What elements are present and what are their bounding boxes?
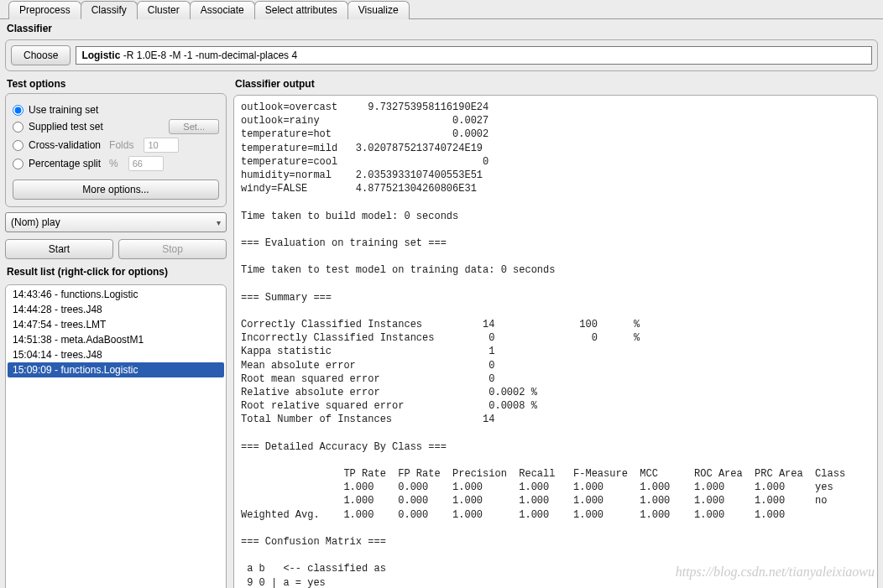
radio-training-set[interactable] [13, 105, 24, 116]
radio-supplied-test[interactable] [13, 122, 24, 133]
classifier-output[interactable]: outlook=overcast 9.732753958116190E24 ou… [233, 95, 878, 588]
combo-value: (Nom) play [11, 216, 60, 228]
classifier-command-field[interactable]: Logistic -R 1.0E-8 -M -1 -num-decimal-pl… [76, 46, 872, 65]
classifier-output-title: Classifier output [233, 76, 878, 93]
result-item[interactable]: 14:43:46 - functions.Logistic [8, 287, 224, 302]
tab-select-attributes[interactable]: Select attributes [254, 1, 348, 19]
stop-button[interactable]: Stop [118, 239, 227, 259]
result-item[interactable]: 15:04:14 - trees.J48 [8, 347, 224, 362]
more-options-button[interactable]: More options... [13, 180, 219, 200]
class-attribute-combo[interactable]: (Nom) play ▾ [5, 212, 227, 232]
tab-visualize[interactable]: Visualize [347, 1, 410, 19]
result-item[interactable]: 14:44:28 - trees.J48 [8, 302, 224, 317]
result-item[interactable]: 14:51:38 - meta.AdaBoostM1 [8, 332, 224, 347]
folds-label: Folds [109, 139, 133, 151]
choose-button[interactable]: Choose [11, 45, 71, 65]
test-options-panel: Use training set Supplied test set Set..… [5, 93, 227, 207]
result-list-title: Result list (right-click for options) [5, 264, 227, 281]
result-item[interactable]: 14:47:54 - trees.LMT [8, 317, 224, 332]
radio-percentage-split[interactable] [13, 159, 24, 169]
label-cross-validation: Cross-validation [29, 139, 101, 151]
classifier-chooser: Choose Logistic -R 1.0E-8 -M -1 -num-dec… [5, 39, 878, 71]
chevron-down-icon: ▾ [217, 218, 221, 227]
set-button[interactable]: Set... [169, 119, 219, 134]
classifier-panel-title: Classifier [0, 19, 883, 38]
tab-bar: Preprocess Classify Cluster Associate Se… [0, 0, 883, 19]
result-item[interactable]: 15:09:09 - functions.Logistic [8, 362, 224, 377]
start-button[interactable]: Start [5, 239, 113, 259]
result-list[interactable]: 14:43:46 - functions.Logistic14:44:28 - … [5, 284, 227, 588]
label-percentage-split: Percentage split [29, 158, 101, 169]
label-training-set: Use training set [29, 104, 98, 116]
folds-field[interactable] [144, 138, 179, 153]
tab-preprocess[interactable]: Preprocess [8, 1, 81, 19]
percent-label: % [109, 158, 118, 169]
tab-cluster[interactable]: Cluster [137, 1, 191, 19]
test-options-title: Test options [5, 76, 227, 93]
radio-cross-validation[interactable] [13, 140, 24, 151]
tab-associate[interactable]: Associate [190, 1, 255, 19]
percent-field[interactable] [128, 156, 164, 171]
tab-classify[interactable]: Classify [81, 1, 138, 19]
label-supplied-test: Supplied test set [29, 121, 103, 133]
